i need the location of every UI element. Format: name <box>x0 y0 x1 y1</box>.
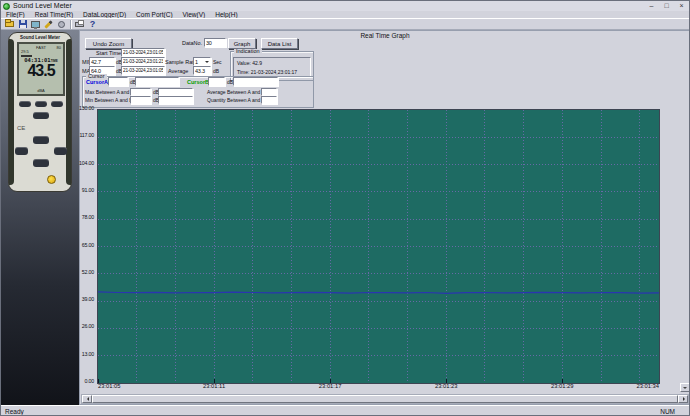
sample-rate-value: 1 <box>195 59 198 65</box>
device-button <box>33 136 49 144</box>
lcd-main-value: 43.5 <box>19 63 63 79</box>
menu-view[interactable]: View(V) <box>178 11 211 18</box>
device-button <box>15 147 28 155</box>
x-axis-label: 23:01:17 <box>319 384 342 390</box>
open-icon <box>5 21 14 27</box>
record-icon <box>58 21 65 28</box>
scroll-thumb[interactable] <box>92 395 678 403</box>
y-axis-label: 13.00 <box>82 352 94 357</box>
pen-icon <box>44 20 52 28</box>
indication-value: 42.9 <box>252 60 262 66</box>
y-axis-label: 52.00 <box>82 270 94 275</box>
plot-area[interactable] <box>97 109 660 384</box>
max-between-input[interactable] <box>130 88 151 96</box>
avg-between-input[interactable] <box>261 88 277 96</box>
x-axis-label: 23:01:11 <box>203 384 225 390</box>
x-axis-label: 23:01:29 <box>551 384 574 390</box>
save-icon <box>19 20 27 28</box>
sample-rate-select[interactable]: 1 <box>193 57 211 66</box>
monitor-toolbar-button[interactable] <box>29 19 42 30</box>
print-toolbar-button[interactable] <box>73 19 86 30</box>
data-no-input[interactable] <box>204 38 226 47</box>
menubar: File(F)Real Time(R)DataLogger(D)Com Port… <box>1 11 689 18</box>
pen-toolbar-button[interactable] <box>42 19 55 30</box>
sample-rate-unit: Sec <box>213 60 222 65</box>
menu-help[interactable]: Help(H) <box>210 11 242 18</box>
min-between-time-input[interactable] <box>158 96 193 104</box>
start-time-input[interactable] <box>121 48 165 57</box>
y-axis-label: 26.00 <box>82 324 94 329</box>
max-time-input[interactable] <box>121 66 165 75</box>
close-button[interactable]: × <box>674 1 689 11</box>
indication-value-label: Value: <box>237 60 251 66</box>
qty-between-input[interactable] <box>261 96 277 104</box>
arrow-left-icon <box>85 397 89 401</box>
realtime-graph-panel: Real Time Graph Undo Zoom DataNo. Graph … <box>79 30 690 405</box>
x-axis: 23:01:0523:01:1123:01:1723:01:2323:01:29… <box>80 384 690 392</box>
average-input[interactable] <box>193 66 211 75</box>
device-button <box>54 147 67 155</box>
device-button <box>51 101 63 107</box>
app-icon <box>3 3 10 10</box>
device-button <box>33 159 49 167</box>
device-button <box>19 101 31 107</box>
cursor-a-time-input[interactable] <box>135 77 179 86</box>
indication-box: Value: 42.9 Time: 21-03-2024,23:01:17 <box>233 57 311 78</box>
device-lcd: FAST 80 29.5 04:31:01TIME 43.5 dBA <box>17 42 65 96</box>
scroll-left-button[interactable] <box>82 395 92 403</box>
open-toolbar-button[interactable] <box>3 19 16 30</box>
start-time-label: Start Time <box>96 51 121 57</box>
min-value-input[interactable] <box>89 57 115 66</box>
max-between-time-input[interactable] <box>158 88 193 96</box>
axis-corner-widget[interactable] <box>680 383 690 392</box>
indication-time-label: Time: <box>237 69 249 75</box>
x-axis-label: 23:01:34 <box>636 384 659 390</box>
statusbar: Ready NUM <box>1 405 690 416</box>
cursor-b-time-input[interactable] <box>233 77 278 86</box>
device-side-guard <box>66 39 71 185</box>
menu-file[interactable]: File(F) <box>1 11 30 18</box>
help-toolbar-button[interactable]: ? <box>86 19 99 30</box>
y-axis-label: 65.00 <box>82 243 94 248</box>
device-side-guard <box>9 39 14 185</box>
min-time-input[interactable] <box>121 57 165 66</box>
device-brand-label: Sound Level Meter <box>9 35 71 40</box>
toolbar: ? <box>1 18 689 30</box>
x-axis-label: 23:01:05 <box>98 384 121 390</box>
menu-datalogger[interactable]: DataLogger(D) <box>78 11 131 18</box>
y-axis-label: 117.00 <box>79 133 94 138</box>
min-between-input[interactable] <box>130 96 151 104</box>
chevron-down-icon <box>683 387 687 391</box>
toolbar-separator <box>70 20 71 29</box>
titlebar[interactable]: Sound Level Meter – □ × <box>1 1 689 11</box>
scroll-right-button[interactable] <box>678 395 688 403</box>
app-window: Sound Level Meter – □ × File(F)Real Time… <box>0 0 690 416</box>
average-label: Average <box>168 69 188 75</box>
y-axis: 130.00117.00104.0091.0078.0065.0052.0039… <box>80 106 95 388</box>
minimize-button[interactable]: – <box>644 1 659 11</box>
window-title: Sound Level Meter <box>13 1 644 11</box>
menu-com-port[interactable]: Com Port(C) <box>131 11 177 18</box>
cursor-b-value-input[interactable] <box>208 77 225 86</box>
device-button <box>35 101 47 107</box>
data-list-button[interactable]: Data List <box>261 38 298 49</box>
y-axis-label: 130.00 <box>79 106 94 111</box>
status-ready: Ready <box>5 408 24 415</box>
horizontal-scrollbar[interactable] <box>81 394 689 404</box>
avg-between-label: Average Between A and B <box>207 90 265 95</box>
ce-mark: CE <box>17 125 25 131</box>
help-icon: ? <box>90 20 96 29</box>
maximize-button[interactable]: □ <box>659 1 674 11</box>
device-photo-panel: Sound Level Meter FAST 80 29.5 04:31:01T… <box>1 30 79 405</box>
record-toolbar-button[interactable] <box>55 19 68 30</box>
lcd-range: 80 <box>57 45 61 50</box>
menu-real-time[interactable]: Real Time(R) <box>30 11 78 18</box>
qty-between-label: Quantity Between A and B <box>207 98 265 103</box>
cursor-a-value-input[interactable] <box>108 77 128 86</box>
data-no-label: DataNo. <box>182 41 202 47</box>
y-axis-label: 104.00 <box>79 161 94 166</box>
lcd-aux-value: 29.5 <box>21 49 29 54</box>
device-badge <box>47 175 56 184</box>
y-axis-label: 78.00 <box>82 215 94 220</box>
save-toolbar-button[interactable] <box>16 19 29 30</box>
